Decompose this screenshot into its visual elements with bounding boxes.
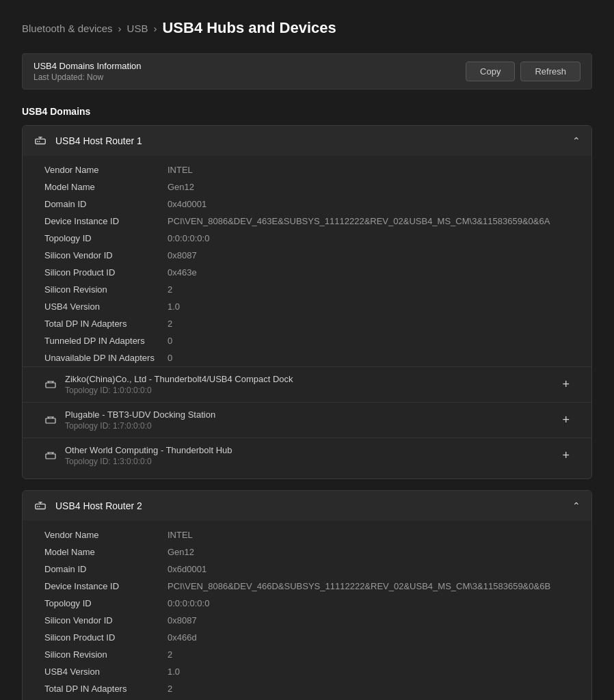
info-label: Device Instance ID xyxy=(44,216,168,226)
info-bar: USB4 Domains Information Last Updated: N… xyxy=(22,53,592,90)
info-row: Unavailable DP IN Adapters 0 xyxy=(23,349,591,366)
router-body-2: Vendor Name INTEL Model Name Gen12 Domai… xyxy=(23,521,591,700)
expand-device-icon[interactable]: + xyxy=(562,377,570,392)
info-label: Silicon Product ID xyxy=(44,267,168,278)
refresh-button[interactable]: Refresh xyxy=(520,62,580,81)
expand-device-icon[interactable]: + xyxy=(562,413,570,427)
info-label: USB4 Version xyxy=(44,301,168,312)
device-name: Plugable - TBT3-UDV Docking Station xyxy=(65,409,215,420)
device-item[interactable]: Plugable - TBT3-UDV Docking Station Topo… xyxy=(23,402,591,438)
info-row: Model Name Gen12 xyxy=(23,543,591,561)
info-row: Device Instance ID PCI\VEN_8086&DEV_466D… xyxy=(23,578,591,595)
info-row: USB4 Version 1.0 xyxy=(23,298,591,315)
info-label: Silicon Vendor ID xyxy=(44,250,168,260)
info-row: Vendor Name INTEL xyxy=(23,161,591,178)
info-value: INTEL xyxy=(168,165,193,175)
info-bar-subtitle-label: Last Updated: xyxy=(34,72,85,82)
info-value: 0 xyxy=(168,336,172,346)
info-label: Model Name xyxy=(44,547,168,557)
info-row: Total DP IN Adapters 2 xyxy=(23,680,591,697)
info-label: Silicon Revision xyxy=(44,284,168,295)
info-label: Domain ID xyxy=(44,199,168,209)
info-row: Silicon Vendor ID 0x8087 xyxy=(23,612,591,629)
copy-button[interactable]: Copy xyxy=(466,62,515,81)
router-card-1: USB4 Host Router 1 ⌃ Vendor Name INTEL M… xyxy=(22,125,592,479)
svg-rect-17 xyxy=(36,504,45,509)
router-icon-2 xyxy=(34,499,47,513)
info-bar-left: USB4 Domains Information Last Updated: N… xyxy=(34,61,142,82)
info-value: 2 xyxy=(168,649,172,660)
info-row: USB4 Version 1.0 xyxy=(23,663,591,680)
svg-point-19 xyxy=(39,506,40,507)
info-label: Vendor Name xyxy=(44,530,168,540)
info-value: 2 xyxy=(168,284,172,295)
info-value: 0x8087 xyxy=(168,615,197,625)
expand-device-icon[interactable]: + xyxy=(562,448,570,463)
info-row: Silicon Product ID 0x466d xyxy=(23,629,591,646)
svg-rect-0 xyxy=(36,139,45,144)
routers-container: USB4 Host Router 1 ⌃ Vendor Name INTEL M… xyxy=(22,125,592,700)
info-value: Gen12 xyxy=(168,547,194,557)
device-info: Plugable - TBT3-UDV Docking Station Topo… xyxy=(65,409,215,431)
info-row: Silicon Product ID 0x463e xyxy=(23,264,591,281)
info-label: Silicon Product ID xyxy=(44,632,168,643)
device-item[interactable]: Zikko(China)Co., Ltd - Thunderbolt4/USB4… xyxy=(23,366,591,402)
info-row: Topology ID 0:0:0:0:0:0 xyxy=(23,595,591,612)
svg-rect-5 xyxy=(46,383,55,388)
svg-rect-9 xyxy=(46,418,55,423)
router-header-1[interactable]: USB4 Host Router 1 ⌃ xyxy=(23,126,591,156)
device-item[interactable]: Other World Computing - Thunderbolt Hub … xyxy=(23,438,591,473)
info-label: Domain ID xyxy=(44,564,168,574)
device-item-left: Plugable - TBT3-UDV Docking Station Topo… xyxy=(44,409,215,431)
device-name: Other World Computing - Thunderbolt Hub xyxy=(65,445,232,455)
info-label: Device Instance ID xyxy=(44,581,168,591)
device-topology: Topology ID: 1:7:0:0:0:0 xyxy=(65,421,215,431)
info-value: 2 xyxy=(168,319,172,329)
breadcrumb-item-2[interactable]: USB xyxy=(127,23,148,34)
section-title: USB4 Domains xyxy=(22,106,592,117)
info-bar-title: USB4 Domains Information xyxy=(34,61,142,71)
info-bar-subtitle: Last Updated: Now xyxy=(34,72,142,82)
info-row: Total DP IN Adapters 2 xyxy=(23,315,591,332)
router-header-2[interactable]: USB4 Host Router 2 ⌃ xyxy=(23,491,591,521)
svg-point-18 xyxy=(37,506,38,507)
breadcrumb-item-1[interactable]: Bluetooth & devices xyxy=(22,23,113,34)
info-label: USB4 Version xyxy=(44,667,168,677)
router-body-1: Vendor Name INTEL Model Name Gen12 Domai… xyxy=(23,156,591,479)
info-value: Gen12 xyxy=(168,182,194,192)
device-topology: Topology ID: 1:3:0:0:0:0 xyxy=(65,457,232,466)
device-icon xyxy=(44,450,57,462)
info-bar-subtitle-value: Now xyxy=(87,72,103,82)
info-value: 1.0 xyxy=(168,301,180,312)
info-row: Tunneled DP IN Adapters 0 xyxy=(23,332,591,349)
info-value: 0x466d xyxy=(168,632,197,643)
breadcrumb-current: USB4 Hubs and Devices xyxy=(162,19,336,37)
device-item-left: Other World Computing - Thunderbolt Hub … xyxy=(44,445,232,466)
device-item-left: Zikko(China)Co., Ltd - Thunderbolt4/USB4… xyxy=(44,374,293,395)
info-value: 0x6d0001 xyxy=(168,564,206,574)
info-row: Tunneled DP IN Adapters 0 xyxy=(23,697,591,700)
device-info: Other World Computing - Thunderbolt Hub … xyxy=(65,445,232,466)
info-label: Tunneled DP IN Adapters xyxy=(44,336,168,346)
info-value: INTEL xyxy=(168,530,193,540)
device-name: Zikko(China)Co., Ltd - Thunderbolt4/USB4… xyxy=(65,374,293,384)
info-value: 0:0:0:0:0:0 xyxy=(168,598,209,608)
breadcrumb-sep-2: › xyxy=(153,23,157,34)
info-label: Topology ID xyxy=(44,233,168,243)
info-label: Total DP IN Adapters xyxy=(44,319,168,329)
breadcrumb-sep-1: › xyxy=(118,23,122,34)
info-row: Device Instance ID PCI\VEN_8086&DEV_463E… xyxy=(23,213,591,230)
info-row: Model Name Gen12 xyxy=(23,178,591,196)
info-value: 0:0:0:0:0:0 xyxy=(168,233,209,243)
device-icon xyxy=(44,414,57,427)
device-topology: Topology ID: 1:0:0:0:0:0 xyxy=(65,386,293,395)
info-value: 0x8087 xyxy=(168,250,197,260)
breadcrumb: Bluetooth & devices › USB › USB4 Hubs an… xyxy=(22,19,592,37)
info-row: Topology ID 0:0:0:0:0:0 xyxy=(23,230,591,247)
info-label: Vendor Name xyxy=(44,165,168,175)
router-card-2: USB4 Host Router 2 ⌃ Vendor Name INTEL M… xyxy=(22,490,592,700)
info-row: Domain ID 0x6d0001 xyxy=(23,561,591,578)
info-value: 0x4d0001 xyxy=(168,199,206,209)
info-value: 0 xyxy=(168,353,172,363)
svg-point-2 xyxy=(39,141,40,142)
